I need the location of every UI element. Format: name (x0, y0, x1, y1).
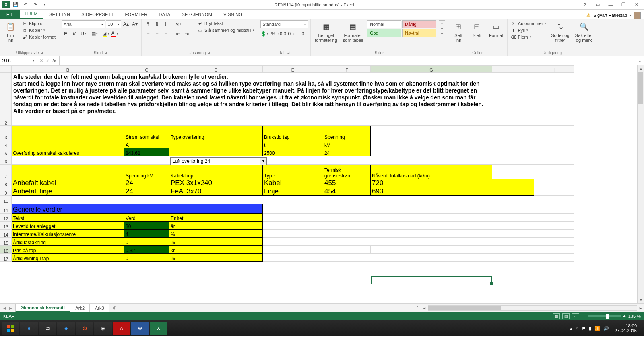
minimize-icon[interactable]: — (605, 1, 616, 9)
scrollbar-thumb[interactable] (428, 306, 501, 310)
row-head[interactable]: 6 (0, 156, 12, 165)
row-head[interactable]: 8 (0, 179, 12, 187)
format-cells-button[interactable]: ▭Format (487, 20, 505, 39)
tab-view[interactable]: VISNING (218, 10, 248, 19)
row-head[interactable]: 3 (0, 126, 12, 140)
taskbar-app-icon[interactable]: ◆ (57, 322, 75, 335)
taskbar-word-icon[interactable]: W (131, 322, 149, 335)
style-good[interactable]: God (367, 29, 401, 37)
row-head[interactable]: 10 (0, 196, 12, 204)
row-head[interactable]: 15 (0, 238, 12, 246)
autosum-button[interactable]: ΣAutosummer▾ (510, 20, 547, 27)
zoom-out-icon[interactable]: — (582, 314, 586, 319)
close-icon[interactable]: ✕ (631, 1, 642, 9)
increase-decimal-icon[interactable]: .0→ (287, 30, 295, 38)
tray-wifi-icon[interactable]: 📶 (594, 326, 600, 331)
cut-button[interactable]: ✂Klipp ut (21, 20, 56, 27)
decrease-decimal-icon[interactable]: ←.0 (296, 30, 304, 38)
tab-review[interactable]: SE GJENNOM (176, 10, 218, 19)
tab-split-handle[interactable]: ⋮ (416, 306, 419, 310)
tab-nav-next-icon[interactable]: ► (8, 306, 13, 311)
format-as-table-button[interactable]: ▤ Formater som tabell (341, 20, 365, 43)
align-top-icon[interactable]: ⭱ (144, 20, 152, 28)
ribbon-options-icon[interactable]: ▭ (592, 1, 603, 9)
align-left-icon[interactable]: ≡ (144, 30, 152, 38)
increase-font-icon[interactable]: A▴ (122, 20, 130, 28)
expand-formula-bar-icon[interactable]: ⌄ (636, 56, 644, 65)
font-color-button[interactable]: A (111, 30, 119, 38)
name-box[interactable]: G16▾ (0, 56, 36, 65)
orientation-icon[interactable]: ⤭ (174, 20, 182, 28)
row-head[interactable]: 11 (0, 204, 12, 214)
scrollbar-thumb[interactable] (638, 72, 643, 104)
taskbar-explorer-icon[interactable]: 🗂 (39, 322, 56, 335)
gen-row-value[interactable]: 4 (124, 230, 169, 238)
row-head[interactable]: 9 (0, 187, 12, 196)
tray-volume-icon[interactable]: 🔊 (603, 326, 609, 331)
col-head-I[interactable]: I (534, 66, 574, 73)
style-neutral[interactable]: Nøytral (402, 29, 436, 37)
row-head[interactable]: 2 (0, 73, 12, 126)
percent-format-icon[interactable]: % (269, 30, 277, 38)
dialog-launcher-icon[interactable]: ◢ (104, 51, 107, 55)
underline-button[interactable]: U (79, 30, 87, 38)
fill-color-button[interactable]: ◢ (102, 30, 110, 38)
taskbar-pdf-icon[interactable]: A (113, 322, 130, 335)
align-middle-icon[interactable]: ⇅ (153, 20, 161, 28)
vertical-scrollbar[interactable]: ▲ ▼ (637, 65, 644, 303)
scroll-right-icon[interactable]: ► (637, 304, 644, 311)
taskbar-power-icon[interactable]: ⏻ (76, 322, 93, 335)
undo-icon[interactable]: ↶ (21, 0, 30, 9)
style-bad[interactable]: Dårlig (402, 20, 436, 28)
tray-battery-icon[interactable]: ▮ (589, 326, 591, 331)
tray-overflow-icon[interactable]: ▴ (570, 326, 572, 331)
sheet-tab[interactable]: Økonomisk tverrsnitt (15, 304, 70, 312)
bold-button[interactable]: F (62, 30, 70, 38)
tab-home[interactable]: HJEM (20, 10, 43, 19)
font-size-combo[interactable]: 10▾ (106, 20, 121, 28)
input-strom[interactable]: 143,61 (124, 148, 169, 156)
gen-row-value[interactable]: 0,32 (124, 246, 169, 254)
cancel-formula-icon[interactable]: ✕ (39, 58, 43, 64)
borders-button[interactable]: ▦ (91, 30, 99, 38)
merge-center-button[interactable]: ▭Slå sammen og midtstill▾ (196, 27, 255, 33)
save-icon[interactable]: 💾 (11, 0, 20, 9)
format-painter-button[interactable]: 🖌Kopier format (21, 34, 56, 40)
accounting-format-icon[interactable]: 💲 (260, 30, 268, 38)
tray-bluetooth-icon[interactable]: ᚼ (576, 326, 578, 331)
tab-formulas[interactable]: FORMLER (120, 10, 153, 19)
taskbar-excel-icon[interactable]: X (150, 322, 167, 335)
select-all-corner[interactable] (0, 66, 12, 73)
tab-file[interactable]: FIL (0, 10, 20, 19)
number-format-combo[interactable]: Standard▾ (260, 20, 308, 28)
font-name-combo[interactable]: Arial▾ (62, 20, 105, 28)
row-head[interactable]: 7 (0, 165, 12, 179)
taskbar-chrome-icon[interactable]: ◉ (94, 322, 112, 335)
taskbar-clock[interactable]: 18:09 27.04.2015 (612, 323, 639, 333)
paste-button[interactable]: 📋 Lim inn (2, 20, 19, 43)
row-head[interactable]: 16 (0, 246, 12, 254)
horizontal-scrollbar[interactable]: ⋮ ◄ ► (120, 304, 644, 312)
taskbar-ie-icon[interactable]: e (20, 322, 38, 335)
col-head-D[interactable]: D (169, 66, 263, 73)
delete-cells-button[interactable]: ⊟Slett (469, 20, 485, 39)
row-head[interactable]: 12 (0, 214, 12, 222)
gen-row-value[interactable]: 0 (124, 254, 169, 262)
style-normal[interactable]: Normal (367, 20, 401, 28)
user-menu-icon[interactable]: ▾ (630, 14, 631, 17)
scroll-left-icon[interactable]: ◄ (421, 304, 428, 311)
dialog-launcher-icon[interactable]: ◢ (207, 51, 210, 55)
tab-page-layout[interactable]: SIDEOPPSETT (76, 10, 119, 19)
col-head-H[interactable]: H (492, 66, 534, 73)
tab-insert[interactable]: SETT INN (43, 10, 76, 19)
col-head-G[interactable]: G (371, 66, 492, 73)
help-icon[interactable]: ? (580, 1, 590, 9)
view-normal-icon[interactable]: ▦ (553, 313, 560, 319)
view-page-layout-icon[interactable]: ▤ (562, 313, 570, 319)
column-headers[interactable]: B C D E F G H I (0, 66, 574, 73)
input-spenning[interactable]: 24 (323, 148, 371, 156)
align-bottom-icon[interactable]: ⭳ (162, 20, 170, 28)
chevron-down-icon[interactable]: ▼ (260, 157, 267, 165)
new-sheet-button[interactable]: ⊕ (109, 304, 120, 312)
tray-flag-icon[interactable]: ⚑ (582, 326, 586, 331)
